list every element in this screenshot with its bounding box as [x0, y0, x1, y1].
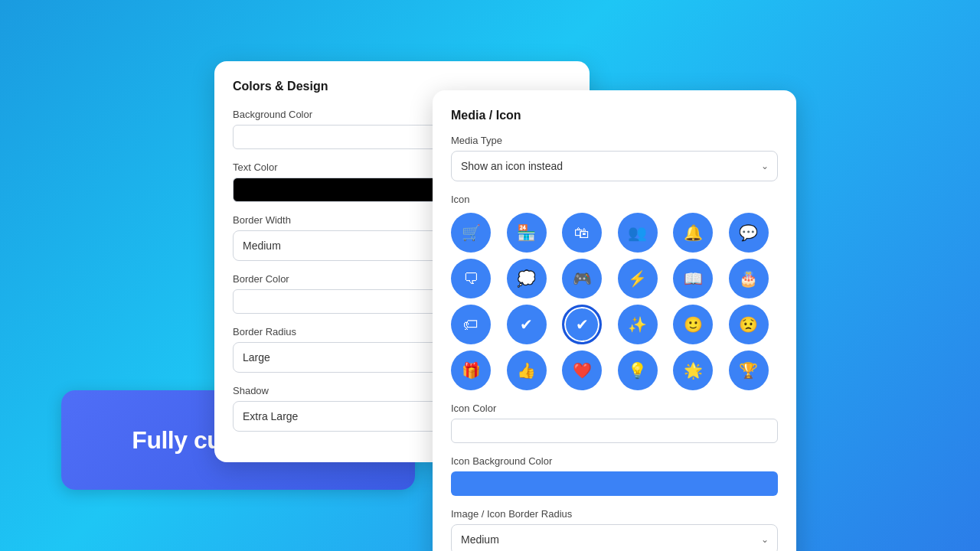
- icon-btn-heart[interactable]: ❤️: [562, 350, 602, 390]
- icon-color-label: Icon Color: [451, 403, 778, 414]
- icon-btn-smile[interactable]: 🙂: [673, 305, 713, 344]
- icon-btn-bell[interactable]: 🔔: [673, 213, 713, 253]
- icon-btn-sad[interactable]: 😟: [729, 305, 769, 344]
- icon-bg-color-input[interactable]: [451, 471, 778, 496]
- image-border-radius-select[interactable]: Medium Small Large None: [451, 524, 778, 551]
- media-icon-panel: Media / Icon Media Type Show an icon ins…: [433, 90, 796, 551]
- icon-bg-color-label: Icon Background Color: [451, 455, 778, 467]
- icon-btn-bulb[interactable]: 💡: [618, 350, 658, 390]
- icon-btn-check2[interactable]: ✔: [562, 305, 602, 344]
- icon-btn-message[interactable]: 💭: [507, 259, 547, 298]
- icon-btn-thumbsup[interactable]: 👍: [507, 350, 547, 390]
- icon-section-label: Icon: [451, 194, 778, 205]
- icon-btn-sparkle[interactable]: ✨: [618, 305, 658, 344]
- icon-btn-stars[interactable]: 🌟: [673, 350, 713, 390]
- media-type-label: Media Type: [451, 135, 778, 146]
- icon-btn-chat[interactable]: 💬: [729, 213, 769, 253]
- icon-btn-check1[interactable]: ✔: [507, 305, 547, 344]
- icon-btn-gift[interactable]: 🎁: [451, 350, 491, 390]
- icon-btn-speech[interactable]: 🗨: [451, 259, 491, 298]
- icon-grid: 🛒 🏪 🛍 👥 🔔 💬 🗨 💭 🎮 ⚡ 📖 🎂 🏷 ✔ ✔ ✨ 🙂 😟 🎁 👍 …: [451, 213, 778, 390]
- icon-btn-tag[interactable]: 🏷: [451, 305, 491, 344]
- icon-btn-lightning[interactable]: ⚡: [618, 259, 658, 298]
- icon-btn-book[interactable]: 📖: [673, 259, 713, 298]
- icon-btn-controller[interactable]: 🎮: [562, 259, 602, 298]
- icon-btn-users[interactable]: 👥: [618, 213, 658, 253]
- icon-color-field: Icon Color: [451, 403, 778, 443]
- icon-btn-cake[interactable]: 🎂: [729, 259, 769, 298]
- image-border-radius-label: Image / Icon Border Radius: [451, 508, 778, 520]
- icon-btn-trophy[interactable]: 🏆: [729, 350, 769, 390]
- icon-bg-color-field: Icon Background Color: [451, 455, 778, 496]
- media-panel-title: Media / Icon: [451, 109, 778, 122]
- media-type-select[interactable]: Show an icon instead Upload image No med…: [451, 151, 778, 181]
- image-border-radius-field: Image / Icon Border Radius Medium Small …: [451, 508, 778, 551]
- icon-btn-bag[interactable]: 🛍: [562, 213, 602, 253]
- icon-btn-cart[interactable]: 🛒: [451, 213, 491, 253]
- media-type-field: Media Type Show an icon instead Upload i…: [451, 135, 778, 181]
- icon-color-input[interactable]: [451, 419, 778, 443]
- icon-btn-store[interactable]: 🏪: [507, 213, 547, 253]
